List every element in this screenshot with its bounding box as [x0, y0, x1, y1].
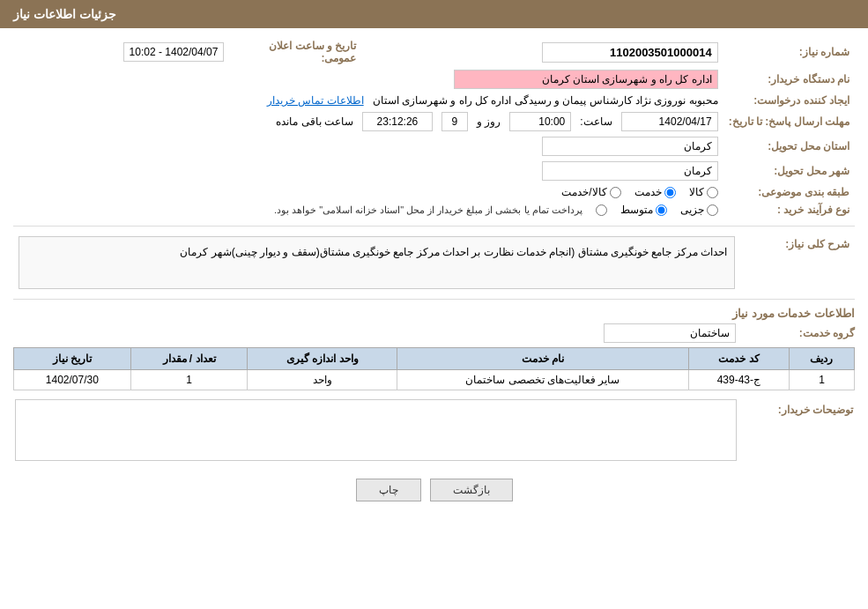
- category-khedmat-option[interactable]: خدمت: [634, 186, 676, 198]
- province-value: کرمان: [542, 137, 718, 156]
- need-number-value: 1102003501000014: [542, 42, 718, 63]
- service-group-row: گروه خدمت: ساختمان: [13, 323, 855, 343]
- purchase-jozvi-option[interactable]: جزیی: [680, 204, 718, 216]
- buttons-row: بازگشت چاپ: [13, 479, 855, 501]
- need-number-label: شماره نیاز:: [723, 37, 855, 67]
- category-kala-option[interactable]: کالا: [689, 186, 718, 198]
- province-label: استان محل تحویل:: [723, 134, 855, 159]
- cell-code: ج-43-439: [688, 370, 789, 390]
- purchase-motavasset-option[interactable]: متوسط: [620, 204, 667, 216]
- city-label: شهر محل تحویل:: [723, 159, 855, 183]
- general-desc-label: شرح کلی نیاز:: [740, 234, 855, 292]
- purchase-motavasset-label: متوسط: [620, 204, 653, 216]
- page-wrapper: جزئیات اطلاعات نیاز شماره نیاز: 11020035…: [0, 0, 868, 609]
- deadline-days: 9: [441, 112, 468, 131]
- col-row: ردیف: [789, 348, 854, 370]
- deadline-label: مهلت ارسال پاسخ: تا تاریخ:: [723, 109, 855, 134]
- category-khedmat-label: خدمت: [634, 186, 662, 198]
- divider-2: [13, 299, 855, 300]
- back-button[interactable]: بازگشت: [430, 479, 513, 501]
- main-content: شماره نیاز: 1102003501000014 تاریخ و ساع…: [0, 28, 868, 519]
- deadline-day-label: روز و: [477, 115, 501, 128]
- buyer-notes-label: توضیحات خریدار:: [738, 399, 853, 464]
- category-kala-label: کالا: [689, 186, 704, 198]
- services-section: اطلاعات خدمات مورد نیاز گروه خدمت: ساختم…: [13, 307, 855, 390]
- purchase-type-radio-group: جزیی متوسط پرداخت تمام یا بخشی از مبلغ خ…: [19, 204, 718, 216]
- divider-1: [13, 226, 855, 227]
- category-label: طبقه بندی موضوعی:: [723, 183, 855, 201]
- deadline-time: 10:00: [509, 112, 571, 131]
- page-title: جزئیات اطلاعات نیاز: [13, 7, 116, 21]
- announcement-date-label: تاریخ و ساعت اعلان عمومی:: [229, 37, 361, 67]
- col-code: کد خدمت: [688, 348, 789, 370]
- purchase-jozvi-radio[interactable]: [707, 204, 718, 216]
- top-info-table: شماره نیاز: 1102003501000014 تاریخ و ساع…: [13, 37, 855, 219]
- deadline-date: 1402/04/17: [621, 112, 718, 131]
- category-kala-khedmat-radio[interactable]: [610, 187, 621, 198]
- purchase-jozvi-label: جزیی: [680, 204, 704, 216]
- purchase-other-option[interactable]: [596, 204, 607, 216]
- buyer-org-label: نام دستگاه خریدار:: [723, 67, 855, 92]
- category-radio-group: کالا خدمت کالا/خدمت: [19, 186, 718, 198]
- category-kala-khedmat-option[interactable]: کالا/خدمت: [561, 186, 620, 198]
- services-title: اطلاعات خدمات مورد نیاز: [13, 307, 855, 320]
- purchase-type-label: نوع فرآیند خرید :: [723, 201, 855, 219]
- purchase-motavasset-radio[interactable]: [656, 204, 667, 216]
- cell-qty: 1: [130, 370, 248, 390]
- announcer-label: ایجاد کننده درخواست:: [723, 92, 855, 109]
- deadline-remaining-label: ساعت باقی مانده: [276, 115, 353, 128]
- col-date: تاریخ نیاز: [14, 348, 131, 370]
- category-kala-radio[interactable]: [707, 187, 718, 198]
- col-qty: تعداد / مقدار: [130, 348, 248, 370]
- description-table: شرح کلی نیاز: احداث مرکز جامع خونگیری مش…: [13, 234, 855, 292]
- cell-name: سایر فعالیت‌های تخصصی ساختمان: [397, 370, 689, 390]
- print-button[interactable]: چاپ: [356, 479, 421, 501]
- cell-row: 1: [789, 370, 854, 390]
- purchase-type-note: پرداخت تمام یا بخشی از مبلغ خریدار از مح…: [274, 204, 582, 216]
- buyer-notes-table: توضیحات خریدار:: [13, 397, 855, 465]
- category-kala-khedmat-label: کالا/خدمت: [561, 186, 606, 198]
- announcer-name: محبوبه نوروزی نژاد کارشناس پیمان و رسیدگ…: [373, 94, 718, 107]
- table-row: 1 ج-43-439 سایر فعالیت‌های تخصصی ساختمان…: [14, 370, 855, 390]
- deadline-remaining: 23:12:26: [362, 112, 433, 131]
- buyer-org-value: اداره کل راه و شهرسازی استان کرمان: [454, 70, 718, 89]
- deadline-time-label: ساعت:: [580, 115, 612, 128]
- col-unit: واحد اندازه گیری: [248, 348, 397, 370]
- service-group-value: ساختمان: [604, 323, 736, 343]
- col-name: نام خدمت: [397, 348, 689, 370]
- services-table: ردیف کد خدمت نام خدمت واحد اندازه گیری ت…: [13, 347, 855, 390]
- cell-unit: واحد: [248, 370, 397, 390]
- announcement-date-value: 1402/04/07 - 10:02: [123, 42, 225, 62]
- purchase-other-radio[interactable]: [596, 204, 607, 216]
- city-value: کرمان: [542, 161, 718, 181]
- service-group-label: گروه خدمت:: [740, 327, 855, 339]
- contact-link[interactable]: اطلاعات تماس خریدار: [267, 94, 364, 107]
- general-desc-text: احداث مرکز جامع خونگیری مشتاق (انجام خدم…: [19, 236, 735, 289]
- buyer-notes-textarea[interactable]: [15, 399, 737, 461]
- category-khedmat-radio[interactable]: [664, 187, 676, 198]
- cell-date: 1402/07/30: [14, 370, 131, 390]
- page-header: جزئیات اطلاعات نیاز: [0, 0, 868, 28]
